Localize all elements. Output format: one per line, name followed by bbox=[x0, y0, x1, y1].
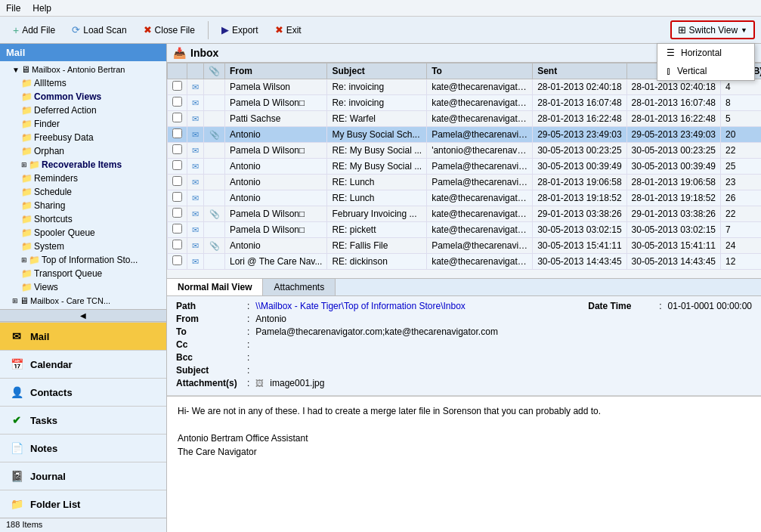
table-row[interactable]: ✉ Antonio RE: My Busy Social ... Pamela@… bbox=[168, 159, 762, 175]
mail-section-header: Mail bbox=[0, 44, 166, 61]
table-row[interactable]: ✉ Antonio RE: Lunch Pamela@thecarenaviga… bbox=[168, 175, 762, 190]
vertical-option[interactable]: ⫿ Vertical bbox=[657, 62, 754, 80]
contacts-nav-icon: 👤 bbox=[9, 385, 24, 400]
nav-tasks[interactable]: ✔ Tasks bbox=[0, 406, 166, 434]
tree-item-deferred[interactable]: 📁 Deferred Action bbox=[0, 104, 166, 117]
table-row[interactable]: ✉ Patti Sachse RE: Warfel kate@thecarena… bbox=[168, 111, 762, 127]
row-envelope-icon: ✉ bbox=[187, 95, 204, 111]
bcc-label: Bcc bbox=[176, 352, 244, 363]
nav-calendar[interactable]: 📅 Calendar bbox=[0, 350, 166, 378]
row-checkbox[interactable] bbox=[168, 111, 187, 127]
path-label: Path bbox=[176, 301, 244, 311]
row-checkbox[interactable] bbox=[168, 206, 187, 222]
row-checkbox[interactable] bbox=[168, 175, 187, 190]
tab-normal-mail-view[interactable]: Normal Mail View bbox=[167, 279, 263, 295]
table-row[interactable]: ✉ 📎 Antonio RE: Fallis File Pamela@theca… bbox=[168, 238, 762, 254]
load-scan-button[interactable]: ⟳ Load Scan bbox=[65, 21, 133, 39]
close-file-button[interactable]: ✖ Close File bbox=[137, 21, 202, 39]
col-subject[interactable]: Subject bbox=[327, 63, 427, 79]
collapse-arrow[interactable]: ◀ bbox=[0, 309, 166, 321]
row-attach-icon bbox=[204, 254, 225, 270]
row-date2: 30-05-2013 15:41:11 bbox=[626, 238, 720, 254]
tab-attachments[interactable]: Attachments bbox=[263, 279, 336, 295]
tree-item-freebusy[interactable]: 📁 Freebusy Data bbox=[0, 131, 166, 144]
menu-file[interactable]: File bbox=[6, 3, 20, 14]
nav-folder-list[interactable]: 📁 Folder List bbox=[0, 490, 166, 518]
tree-item-common-views[interactable]: 📁 Common Views bbox=[0, 90, 166, 104]
to-label: To bbox=[176, 326, 244, 337]
menu-help[interactable]: Help bbox=[32, 3, 51, 14]
row-checkbox[interactable] bbox=[168, 79, 187, 95]
tree-item-shortcuts[interactable]: 📁 Shortcuts bbox=[0, 212, 166, 226]
row-to: kate@thecarenavigator... bbox=[427, 206, 533, 222]
tree-item-top-info[interactable]: ⊞ 📁 Top of Information Sto... bbox=[0, 253, 166, 267]
exit-button[interactable]: ✖ Exit bbox=[268, 21, 308, 39]
row-checkbox[interactable] bbox=[168, 190, 187, 206]
row-envelope-icon: ✉ bbox=[187, 190, 204, 206]
row-checkbox[interactable] bbox=[168, 127, 187, 143]
tree-item-finder[interactable]: 📁 Finder bbox=[0, 117, 166, 131]
table-row[interactable]: ✉ Pamela D Wilson□ RE: pickett kate@thec… bbox=[168, 222, 762, 238]
folder-icon: 📁 bbox=[21, 119, 32, 129]
row-from: Antonio bbox=[225, 238, 327, 254]
row-size: 23 bbox=[721, 175, 761, 190]
row-checkbox[interactable] bbox=[168, 254, 187, 270]
nav-notes[interactable]: 📄 Notes bbox=[0, 434, 166, 462]
row-envelope-icon: ✉ bbox=[187, 111, 204, 127]
toolbar-separator bbox=[208, 21, 209, 39]
col-sent[interactable]: Sent bbox=[533, 63, 626, 79]
export-button[interactable]: ▶ Export bbox=[215, 21, 265, 39]
tree-item-sharing[interactable]: 📁 Sharing bbox=[0, 199, 166, 212]
body-signature2: The Care Navigator bbox=[178, 445, 750, 459]
tree-item-schedule[interactable]: 📁 Schedule bbox=[0, 185, 166, 199]
table-row[interactable]: ✉ Antonio RE: Lunch kate@thecarenavigato… bbox=[168, 190, 762, 206]
folder-icon: 📁 bbox=[21, 91, 32, 102]
tree-item-recoverable[interactable]: ⊞ 📁 Recoverable Items bbox=[0, 158, 166, 172]
add-file-button[interactable]: + Add File bbox=[6, 21, 62, 39]
table-row[interactable]: ✉ Lori @ The Care Nav... RE: dickinson k… bbox=[168, 254, 762, 270]
row-to: Pamela@thecarenavigator... bbox=[427, 175, 533, 190]
row-checkbox[interactable] bbox=[168, 143, 187, 159]
col-to[interactable]: To bbox=[427, 63, 533, 79]
tab-bar: Normal Mail View Attachments bbox=[167, 279, 761, 296]
table-row[interactable]: ✉ Pamela D Wilson□ RE: My Busy Social ..… bbox=[168, 143, 762, 159]
row-size: 4 bbox=[721, 79, 761, 95]
dropdown-arrow-icon: ▼ bbox=[741, 26, 747, 34]
row-sent: 29-05-2013 23:49:03 bbox=[533, 127, 626, 143]
row-checkbox[interactable] bbox=[168, 159, 187, 175]
folder-icon: 📁 bbox=[21, 173, 32, 184]
row-from: Pamela D Wilson□ bbox=[225, 206, 327, 222]
folder-icon: 📁 bbox=[29, 255, 40, 265]
tree-item-reminders[interactable]: 📁 Reminders bbox=[0, 172, 166, 185]
bcc-row: Bcc : bbox=[176, 352, 752, 363]
nav-mail[interactable]: ✉ Mail bbox=[0, 322, 166, 350]
table-row[interactable]: ✉ Pamela Wilson Re: invoicing kate@theca… bbox=[168, 79, 762, 95]
tree-item-allitems[interactable]: 📁 AllItems bbox=[0, 76, 166, 90]
row-checkbox[interactable] bbox=[168, 95, 187, 111]
row-sent: 28-01-2013 02:40:18 bbox=[533, 79, 626, 95]
nav-contacts[interactable]: 👤 Contacts bbox=[0, 378, 166, 406]
table-row[interactable]: ✉ 📎 Pamela D Wilson□ February Invoicing … bbox=[168, 206, 762, 222]
tree-item-views[interactable]: 📁 Views bbox=[0, 280, 166, 294]
tree-root[interactable]: ▼ 🖥 Mailbox - Antonio Bertran bbox=[0, 63, 166, 76]
row-from: Antonio bbox=[225, 127, 327, 143]
folder-icon: 📁 bbox=[21, 105, 32, 116]
row-envelope-icon: ✉ bbox=[187, 222, 204, 238]
switch-view-button[interactable]: ⊞ Switch View ▼ bbox=[670, 20, 755, 39]
tree-item-spooler[interactable]: 📁 Spooler Queue bbox=[0, 226, 166, 240]
tree-item-transport[interactable]: 📁 Transport Queue bbox=[0, 267, 166, 280]
row-envelope-icon: ✉ bbox=[187, 79, 204, 95]
table-row[interactable]: ✉ 📎 Antonio My Busy Social Sch... Pamela… bbox=[168, 127, 762, 143]
tree-item-orphan[interactable]: 📁 Orphan bbox=[0, 144, 166, 158]
row-to: kate@thecarenavigator... bbox=[427, 111, 533, 127]
nav-journal[interactable]: 📓 Journal bbox=[0, 462, 166, 490]
row-size: 12 bbox=[721, 254, 761, 270]
row-date2: 30-05-2013 00:39:49 bbox=[626, 159, 720, 175]
table-row[interactable]: ✉ Pamela D Wilson□ Re: invoicing kate@th… bbox=[168, 95, 762, 111]
tree-item-system[interactable]: 📁 System bbox=[0, 240, 166, 253]
tree-item-mailbox-care[interactable]: ⊞ 🖥 Mailbox - Care TCN... bbox=[0, 294, 166, 308]
horizontal-option[interactable]: ☰ Horizontal bbox=[657, 44, 754, 62]
col-from[interactable]: From bbox=[225, 63, 327, 79]
row-checkbox[interactable] bbox=[168, 238, 187, 254]
row-checkbox[interactable] bbox=[168, 222, 187, 238]
